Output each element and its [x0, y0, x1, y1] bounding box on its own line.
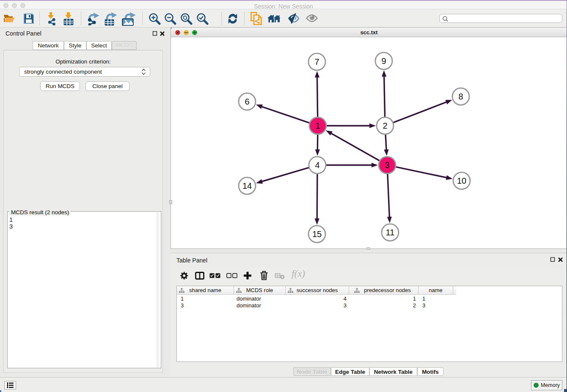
- svg-text:14: 14: [242, 181, 252, 190]
- svg-text:6: 6: [245, 97, 249, 106]
- svg-text:4: 4: [315, 160, 319, 170]
- svg-text:9: 9: [381, 56, 386, 66]
- svg-text:11: 11: [386, 228, 395, 237]
- svg-text:2: 2: [383, 121, 387, 130]
- svg-text:10: 10: [457, 176, 466, 185]
- svg-text:7: 7: [314, 57, 319, 66]
- svg-text:8: 8: [458, 92, 463, 101]
- svg-text:1: 1: [315, 121, 320, 130]
- svg-text:3: 3: [385, 160, 389, 170]
- svg-text:15: 15: [312, 229, 322, 239]
